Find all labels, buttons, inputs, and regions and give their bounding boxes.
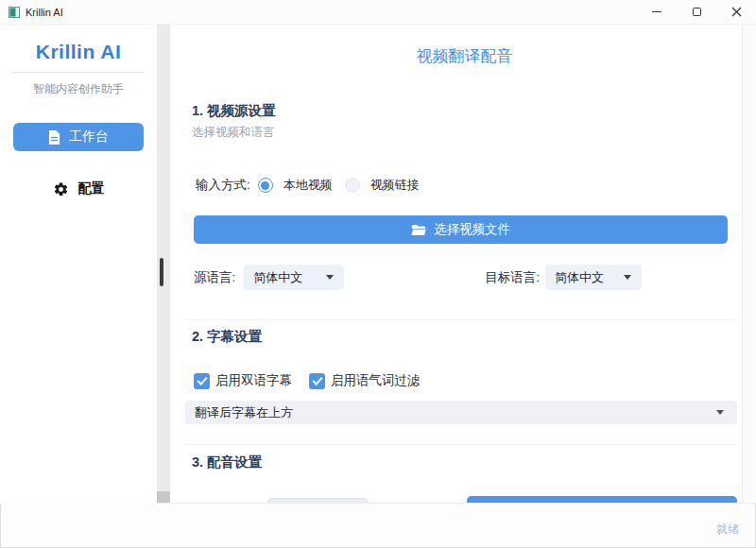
chevron-down-icon (624, 275, 631, 280)
radio-label: 本地视频 (284, 177, 333, 194)
close-button[interactable] (716, 0, 756, 24)
brand-title: Krillin AI (0, 41, 157, 63)
minimize-icon (652, 11, 662, 12)
source-language-label: 源语言: (194, 269, 235, 286)
close-icon (731, 7, 742, 17)
app-logo-icon (9, 7, 20, 18)
primary-action-button-clipped[interactable] (467, 496, 737, 504)
sidebar: Krillin AI 智能内容创作助手 工作台 配置 (0, 25, 157, 504)
maximize-button[interactable] (677, 0, 716, 24)
minimize-button[interactable] (637, 0, 677, 24)
subtitle-options-row: 启用双语字幕 启用语气词过滤 (194, 372, 737, 389)
splitter-handle[interactable] (160, 258, 163, 286)
checkbox-label: 启用语气词过滤 (331, 372, 421, 389)
vertical-scrollbar[interactable] (742, 25, 756, 503)
brand-divider (12, 72, 145, 73)
main-content: 视频翻译配音 1. 视频源设置 选择视频和语言 输入方式: 本地视频 视频链接 (192, 25, 737, 471)
checkbox-bilingual-subtitles[interactable]: 启用双语字幕 (194, 372, 292, 389)
window-title: Krillin AI (26, 7, 63, 18)
radio-unselected-icon (345, 178, 360, 193)
target-language-label: 目标语言: (485, 269, 540, 286)
radio-selected-icon (258, 178, 273, 193)
document-icon (48, 130, 60, 145)
gutter-scroll-corner (157, 491, 170, 503)
app-window: Krillin AI Krillin AI 智能内容创作助手 工作台 (0, 0, 756, 548)
target-language-value: 简体中文 (555, 269, 604, 286)
subtitle-position-select[interactable]: 翻译后字幕在上方 (185, 401, 737, 424)
subtitle-position-value: 翻译后字幕在上方 (195, 404, 293, 421)
gear-icon (53, 181, 69, 197)
select-video-file-button[interactable]: 选择视频文件 (194, 215, 728, 244)
section1-subtitle: 选择视频和语言 (192, 126, 737, 140)
section-divider (185, 444, 737, 445)
radio-local-video[interactable]: 本地视频 (258, 177, 333, 194)
input-method-label: 输入方式: (196, 177, 250, 194)
checkbox-checked-icon (194, 373, 210, 389)
chevron-down-icon (326, 275, 334, 280)
section-divider (185, 319, 737, 320)
checkbox-filler-words-filter[interactable]: 启用语气词过滤 (309, 372, 421, 389)
language-row: 源语言: 简体中文 目标语言: 简体中文 (194, 265, 737, 290)
section3-title: 3. 配音设置 (192, 454, 737, 471)
target-language-select[interactable]: 简体中文 (545, 265, 642, 290)
window-controls (637, 0, 756, 24)
source-language-value: 简体中文 (253, 269, 302, 286)
maximize-icon (693, 8, 701, 16)
folder-icon (411, 224, 426, 236)
checkbox-checked-icon (309, 373, 325, 389)
sidebar-item-label: 工作台 (69, 128, 109, 146)
input-method-row: 输入方式: 本地视频 视频链接 (196, 176, 737, 195)
select-video-file-label: 选择视频文件 (434, 221, 510, 238)
sidebar-item-label: 配置 (78, 180, 105, 197)
status-ready-text: 就绪 (716, 522, 739, 538)
section2-title: 2. 字幕设置 (192, 328, 737, 346)
sidebar-item-workbench[interactable]: 工作台 (13, 123, 144, 151)
radio-label: 视频链接 (370, 177, 420, 194)
titlebar: Krillin AI (0, 0, 756, 25)
chevron-down-icon (716, 410, 724, 415)
dubbing-option-control-clipped[interactable] (267, 498, 369, 504)
page-title: 视频翻译配音 (192, 45, 737, 68)
main-panel: 视频翻译配音 1. 视频源设置 选择视频和语言 输入方式: 本地视频 视频链接 (170, 25, 756, 504)
sidebar-item-config[interactable]: 配置 (0, 180, 157, 197)
checkbox-label: 启用双语字幕 (215, 372, 292, 389)
section1-title: 1. 视频源设置 (192, 102, 737, 120)
brand-tagline: 智能内容创作助手 (0, 81, 157, 97)
source-language-select[interactable]: 简体中文 (244, 265, 344, 290)
radio-video-link[interactable]: 视频链接 (345, 177, 420, 194)
